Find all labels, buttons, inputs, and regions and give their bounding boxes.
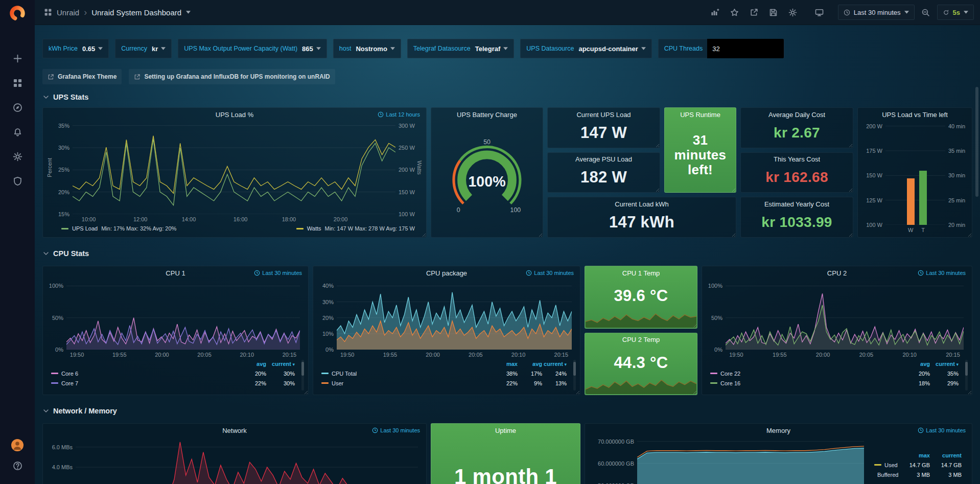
axis-tick: 100 W <box>399 211 415 217</box>
sidebar-nav <box>13 54 22 186</box>
time-range-picker[interactable]: Last 30 minutes <box>838 5 915 20</box>
axis-tick: 16:00 <box>234 216 248 222</box>
axis-tick: 0% <box>55 347 63 353</box>
panel-title[interactable]: Current Load kWh <box>615 200 669 208</box>
axis-tick: 100 W <box>866 222 882 228</box>
grafana-logo[interactable] <box>9 5 26 22</box>
panel-title[interactable]: CPU 1 Temp <box>622 269 660 277</box>
panel-ups-runtime: UPS Runtime 31 minutes left! <box>664 107 736 193</box>
top-navbar: Unraid › Unraid System Dashboard <box>35 0 980 25</box>
row-header-cpu-stats[interactable]: CPU Stats <box>42 247 972 260</box>
stat-value: 1 month 1 <box>454 465 557 484</box>
configuration-gear-icon[interactable] <box>13 152 22 162</box>
panel-title[interactable]: Current UPS Load <box>576 111 631 119</box>
panel-title[interactable]: CPU 1 <box>166 269 185 277</box>
caret-down-icon <box>904 11 909 14</box>
cpu2-temp-sparkline <box>586 373 696 394</box>
chevron-down-icon[interactable] <box>186 11 191 14</box>
axis-tick: 4.0 MBs <box>52 464 73 470</box>
legend-row: Core 7 22% 30% <box>46 378 302 388</box>
stat-value: kr 2.67 <box>774 125 820 141</box>
row-header-ups-stats[interactable]: UPS Stats <box>42 90 972 104</box>
plus-icon[interactable] <box>13 54 22 63</box>
clock-icon <box>378 111 384 118</box>
variable-kwh-price[interactable]: kWh Price 0.65 <box>42 39 109 58</box>
toolbar-actions: Last 30 minutes 5s <box>707 5 974 20</box>
panel-title[interactable]: UPS Load vs Time left <box>882 111 948 119</box>
refresh-picker[interactable]: 5s <box>937 5 974 20</box>
axis-tick: 18:00 <box>282 216 296 222</box>
alerting-bell-icon[interactable] <box>13 127 22 137</box>
panel-average-daily-cost: Average Daily Cost kr 2.67 <box>740 107 853 148</box>
dashboard-grid-icon <box>44 8 52 16</box>
panel-title[interactable]: UPS Load % <box>216 111 253 119</box>
panel-title[interactable]: UPS Runtime <box>680 111 720 119</box>
variable-cpu-threads: CPU Threads 32 <box>658 39 785 58</box>
breadcrumb-folder[interactable]: Unraid <box>57 8 79 17</box>
panel-header[interactable]: UPS Battery Charge <box>434 108 540 121</box>
variable-ups-max-output[interactable]: UPS Max Output Power Capacity (Watt) 865 <box>178 39 327 58</box>
add-panel-button[interactable] <box>707 5 724 20</box>
variable-ups-datasource[interactable]: UPS Datasource apcupsd-container <box>520 39 651 58</box>
axis-tick: 200 W <box>866 123 882 129</box>
panel-title[interactable]: UPS Battery Charge <box>457 111 517 119</box>
legend-row: Used 14.7 GB 14.7 GB <box>869 460 969 470</box>
axis-tick: 100% <box>708 283 722 289</box>
ups-stats-row: UPS Load % Last 12 hours 15%20%25%30%35%… <box>42 107 972 238</box>
legend-scrollbar[interactable] <box>301 360 304 390</box>
axis-tick: 19:55 <box>773 352 787 358</box>
cpu1-chart: 0%50%100%19:5019:5520:0020:0520:1020:15 <box>46 280 305 359</box>
variable-telegraf-datasource[interactable]: Telegraf Datasource Telegraf <box>407 39 514 58</box>
legend-row: Buffered 3 MB 3 MB <box>869 470 969 479</box>
page-scrollbar[interactable] <box>975 87 978 197</box>
panel-title[interactable]: CPU package <box>426 269 467 277</box>
panel-cpu-package: CPU package Last 30 minutes 0%10%20%30%4… <box>313 266 580 395</box>
variable-host[interactable]: host Nostromo <box>333 39 401 58</box>
panel-title[interactable]: Memory <box>766 427 790 434</box>
time-override: Last 30 minutes <box>918 424 966 437</box>
zoom-out-button[interactable] <box>918 5 934 20</box>
row-header-network-memory[interactable]: Network / Memory <box>42 404 972 418</box>
dashboard-links-row: Grafana Plex Theme Setting up Grafana an… <box>42 69 972 84</box>
panel-title[interactable]: CPU 2 Temp <box>622 336 660 343</box>
panel-header[interactable]: UPS Load % Last 12 hours <box>46 108 423 121</box>
time-override: Last 12 hours <box>378 108 420 121</box>
legend-scrollbar[interactable] <box>965 360 968 390</box>
variable-currency[interactable]: Currency kr <box>115 39 172 58</box>
panel-title[interactable]: Estimated Yearly Cost <box>764 200 829 208</box>
axis-tick: 14:00 <box>182 216 196 222</box>
axis-tick: 175 W <box>866 148 882 154</box>
panel-title[interactable]: This Years Cost <box>774 155 820 163</box>
cycle-view-tv-icon[interactable] <box>811 5 828 20</box>
axis-tick: 19:50 <box>340 352 355 358</box>
caret-down-icon <box>161 47 166 50</box>
dashboard-settings-gear-icon[interactable] <box>785 5 801 20</box>
legend-scrollbar[interactable] <box>573 360 576 390</box>
stat-value: 31 minutes left! <box>672 133 729 177</box>
user-avatar[interactable] <box>11 439 24 452</box>
dashboard-title[interactable]: Unraid System Dashboard <box>91 8 181 17</box>
legend-row: CPU Total 38% 17% 24% <box>316 368 574 378</box>
cpu-threads-input[interactable]: 32 <box>707 39 784 58</box>
star-button[interactable] <box>727 5 743 20</box>
panel-title[interactable]: Network <box>222 427 247 434</box>
help-question-icon[interactable] <box>13 461 22 471</box>
axis-tick: 200 W <box>399 167 415 173</box>
link-ups-monitoring-guide[interactable]: Setting up Grafana and InfluxDB for UPS … <box>129 69 335 84</box>
link-grafana-plex-theme[interactable]: Grafana Plex Theme <box>42 69 122 84</box>
chart-svg <box>337 280 572 350</box>
axis-tick: 25% <box>58 167 69 173</box>
save-button[interactable] <box>765 5 782 20</box>
panel-title[interactable]: Average Daily Cost <box>768 111 825 119</box>
explore-compass-icon[interactable] <box>13 103 22 112</box>
server-admin-shield-icon[interactable] <box>13 176 22 186</box>
panel-title[interactable]: CPU 2 <box>827 269 847 277</box>
panel-title[interactable]: Uptime <box>495 427 516 434</box>
axis-tick: 20:05 <box>859 352 874 358</box>
dashboards-grid-icon[interactable] <box>13 78 22 88</box>
panel-title[interactable]: Average PSU Load <box>575 155 632 163</box>
axis-tick: 35% <box>58 123 69 129</box>
axis-tick: 20:10 <box>511 352 526 358</box>
axis-tick: 150 W <box>866 172 882 178</box>
share-button[interactable] <box>746 5 762 20</box>
